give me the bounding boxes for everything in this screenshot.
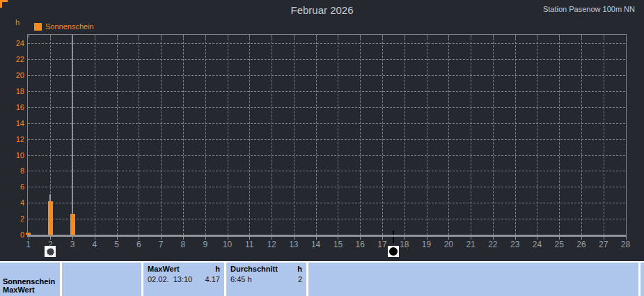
- summary-end-sliver: [641, 263, 644, 296]
- x-tick-label: 20: [439, 240, 457, 249]
- x-tick-label: 25: [550, 240, 568, 249]
- y-tick-label: 20: [3, 72, 24, 79]
- x-tick-top: [448, 35, 449, 38]
- x-tick-label: 9: [196, 240, 214, 249]
- y-gridline: [28, 171, 625, 171]
- x-gridline: [249, 35, 250, 235]
- x-tick-top: [228, 35, 228, 38]
- x-tick-top: [604, 35, 604, 38]
- cursor-handle-left-icon: [47, 248, 54, 256]
- x-gridline: [72, 35, 73, 235]
- maxwert-unit: h: [215, 264, 220, 274]
- x-tick-top: [537, 35, 537, 38]
- x-tick-label: 7: [152, 240, 170, 249]
- x-tick-label: 1: [19, 240, 38, 249]
- x-tick-label: 21: [462, 240, 480, 249]
- y-tick-label: 6: [3, 183, 24, 191]
- cursor-handle-left[interactable]: [45, 246, 56, 257]
- x-tick-top: [626, 35, 627, 38]
- x-tick-label: 5: [108, 240, 126, 249]
- x-tick-top: [183, 35, 184, 38]
- x-tick-top: [117, 35, 118, 38]
- y-gridline: [28, 139, 625, 140]
- summary-empty-cell: [62, 263, 141, 296]
- x-tick-top: [249, 35, 250, 38]
- x-tick-top: [272, 35, 272, 38]
- x-gridline: [360, 35, 361, 235]
- x-gridline: [537, 35, 537, 235]
- y-gridline: [28, 155, 625, 156]
- x-tick-label: 27: [595, 240, 613, 249]
- x-gridline: [294, 35, 294, 235]
- y-tick-label: 0: [3, 231, 24, 239]
- summary-empty-cell-right: [308, 263, 638, 296]
- x-tick-label: 19: [418, 240, 436, 249]
- x-tick-label: 23: [506, 240, 524, 249]
- x-tick-label: 3: [63, 240, 81, 249]
- durchschnitt-time: 6:45 h: [230, 274, 252, 285]
- y-gridline: [28, 123, 625, 124]
- summary-maxwert-cell: MaxWert h 02.02. 13:10 4.17: [143, 263, 224, 296]
- x-tick-top: [161, 35, 162, 38]
- y-tick-label: 2: [3, 215, 24, 223]
- x-gridline: [559, 35, 560, 235]
- maxwert-header: MaxWert: [148, 264, 180, 274]
- y-gridline: [28, 91, 625, 92]
- x-tick-label: 6: [129, 240, 148, 249]
- durchschnitt-unit: h: [297, 264, 302, 274]
- x-tick-top: [139, 35, 139, 38]
- y-tick-label: 16: [3, 104, 24, 111]
- cursor-right-tick: [393, 231, 394, 243]
- durchschnitt-header: Durchschnitt: [230, 264, 278, 274]
- x-gridline: [316, 35, 317, 235]
- durchschnitt-value: 2: [298, 274, 302, 285]
- x-gridline: [117, 35, 118, 235]
- x-tick-label: 10: [219, 240, 237, 249]
- x-tick-label: 8: [174, 240, 192, 249]
- x-tick-label: 16: [351, 240, 369, 249]
- x-gridline: [338, 35, 338, 235]
- x-gridline: [604, 35, 604, 235]
- x-tick-label: 12: [262, 240, 281, 249]
- x-gridline: [493, 35, 494, 235]
- x-tick-top: [581, 35, 582, 38]
- x-tick-top: [50, 35, 51, 38]
- y-tick-label: 8: [3, 167, 24, 175]
- x-tick-top: [294, 35, 294, 38]
- x-tick-label: 28: [617, 240, 635, 249]
- x-gridline: [581, 35, 582, 235]
- x-gridline: [95, 35, 95, 235]
- y-gridline: [28, 75, 625, 76]
- x-tick-label: 15: [329, 240, 347, 249]
- x-tick-top: [29, 35, 29, 38]
- x-gridline: [205, 35, 206, 235]
- maxwert-value: 4.17: [205, 274, 220, 285]
- x-gridline: [405, 35, 405, 235]
- summary-series-name: Sonnenschein: [3, 277, 58, 286]
- y-gridline: [28, 107, 625, 108]
- x-tick-top: [405, 35, 405, 38]
- y-gridline: [28, 203, 625, 203]
- x-gridline: [515, 35, 516, 235]
- x-tick-label: 13: [285, 240, 303, 249]
- bar-day-1: [26, 233, 31, 235]
- x-gridline: [161, 35, 162, 235]
- x-tick-top: [471, 35, 471, 38]
- x-tick-top: [493, 35, 494, 38]
- x-gridline: [183, 35, 184, 235]
- y-tick-label: 18: [3, 88, 24, 95]
- x-tick-label: 24: [528, 240, 546, 249]
- x-tick-top: [360, 35, 361, 38]
- chart-area: 0246810121416182022241234567891011121314…: [0, 0, 644, 296]
- summary-table: Sonnenschein MaxWert MaxWert h 02.02. 13…: [0, 261, 644, 296]
- x-tick-top: [382, 35, 383, 38]
- y-tick-label: 22: [3, 56, 24, 63]
- y-tick-label: 12: [3, 136, 24, 143]
- bar-day-2: [48, 201, 53, 235]
- y-tick-label: 10: [3, 152, 24, 159]
- y-gridline: [28, 43, 625, 44]
- summary-metric-name: MaxWert: [3, 286, 58, 294]
- x-tick-label: 4: [86, 240, 104, 249]
- x-gridline: [139, 35, 139, 235]
- cursor-handle-right[interactable]: [388, 246, 399, 257]
